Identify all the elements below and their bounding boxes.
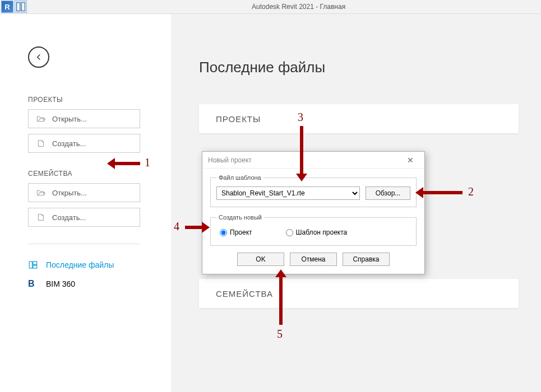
svg-rect-1 [21, 3, 25, 11]
svg-rect-2 [29, 262, 32, 268]
families-open-button[interactable]: Открыть... [28, 183, 140, 202]
bim360-icon: B [28, 279, 38, 289]
section-projects-heading: ПРОЕКТЫ [199, 104, 519, 133]
sidebar-projects-heading: ПРОЕКТЫ [28, 96, 160, 104]
svg-rect-0 [17, 3, 20, 11]
svg-rect-4 [33, 265, 37, 268]
nav-bim360-label: BIM 360 [46, 279, 75, 288]
sidebar-families-heading: СЕМЕЙСТВА [28, 170, 160, 178]
folder-open-icon [36, 115, 45, 123]
template-select[interactable]: Shablon_Revit_Start_V1.rte [216, 186, 360, 200]
radio-project-input[interactable] [220, 229, 227, 236]
document-icon [36, 213, 45, 221]
browse-button[interactable]: Обзор... [366, 186, 410, 200]
app-logo-icon: R [1, 1, 13, 13]
sidebar-projects-section: ПРОЕКТЫ Открыть... Создать... [28, 96, 160, 153]
projects-open-label: Открыть... [52, 115, 87, 123]
template-combo[interactable]: Shablon_Revit_Start_V1.rte [216, 186, 360, 200]
radio-project[interactable]: Проект [220, 228, 252, 236]
radio-template[interactable]: Шаблон проекта [286, 228, 348, 236]
section-families-heading: СЕМЕЙСТВА [199, 279, 519, 308]
families-create-label: Создать... [52, 213, 86, 222]
sidebar-families-section: СЕМЕЙСТВА Открыть... Создать... [28, 170, 160, 227]
radio-template-input[interactable] [286, 229, 293, 236]
create-new-label: Создать новый [216, 214, 264, 221]
page-title: Последние файлы [199, 59, 519, 76]
window-title: Autodesk Revit 2021 - Главная [252, 3, 345, 11]
projects-create-button[interactable]: Создать... [28, 134, 140, 153]
radio-template-label: Шаблон проекта [296, 228, 348, 236]
template-group: Файл шаблона Shablon_Revit_Start_V1.rte … [210, 174, 417, 207]
new-project-dialog: Новый проект ✕ Файл шаблона Shablon_Revi… [202, 151, 425, 274]
back-button[interactable] [28, 46, 49, 68]
svg-rect-3 [33, 262, 37, 264]
document-icon [36, 139, 45, 147]
radio-project-label: Проект [230, 228, 252, 236]
families-open-label: Открыть... [52, 189, 87, 197]
doc-icon[interactable] [15, 1, 27, 13]
sidebar-divider [28, 244, 140, 244]
template-group-label: Файл шаблона [216, 174, 263, 181]
families-create-button[interactable]: Создать... [28, 208, 140, 227]
cancel-button[interactable]: Отмена [290, 253, 337, 266]
nav-recent-files[interactable]: Последние файлы [28, 255, 160, 274]
recent-files-icon [28, 260, 38, 270]
create-new-group: Создать новый Проект Шаблон проекта [210, 214, 417, 246]
nav-recent-label: Последние файлы [46, 260, 114, 269]
folder-open-icon [36, 189, 45, 197]
ok-button[interactable]: OK [237, 253, 284, 266]
dialog-title: Новый проект [208, 156, 252, 164]
help-button[interactable]: Справка [343, 253, 390, 266]
dialog-titlebar[interactable]: Новый проект ✕ [202, 152, 424, 169]
close-icon[interactable]: ✕ [402, 156, 419, 165]
sidebar: ПРОЕКТЫ Открыть... Создать... СЕМЕЙСТВА … [0, 14, 171, 392]
projects-create-label: Создать... [52, 139, 86, 148]
title-bar: R Autodesk Revit 2021 - Главная [0, 0, 541, 14]
projects-open-button[interactable]: Открыть... [28, 109, 140, 128]
nav-bim360[interactable]: B BIM 360 [28, 274, 160, 293]
